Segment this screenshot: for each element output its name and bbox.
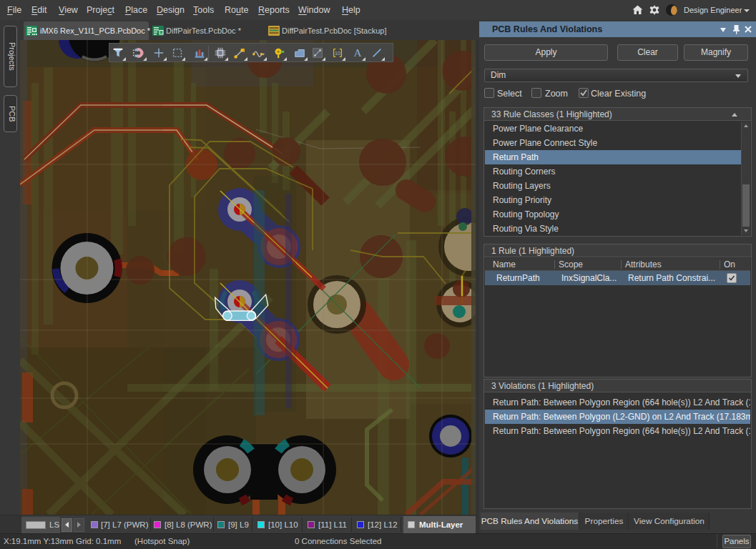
svg-text:10: 10 [335, 50, 340, 56]
svg-text:A: A [353, 46, 361, 59]
